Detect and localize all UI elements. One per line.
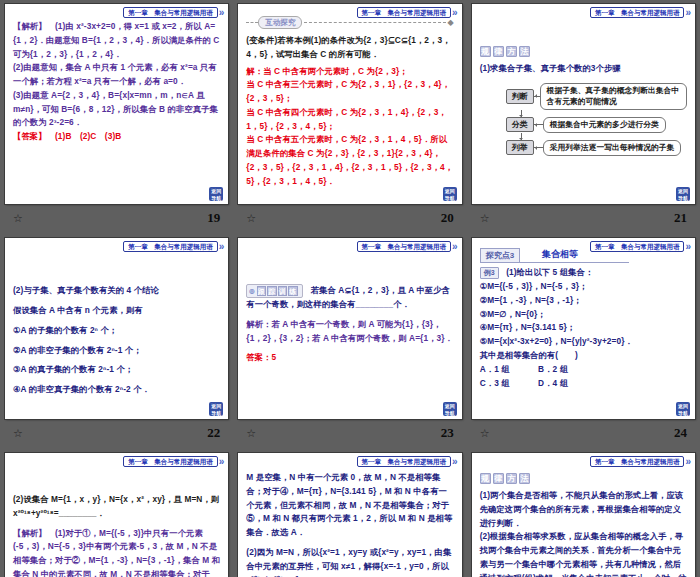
set-item: ⑤M={x|x²-3x+2=0}，N={y|y²-3y+2=0}．: [480, 335, 687, 349]
star-icon[interactable]: ☆: [13, 428, 23, 439]
chapter-banner: 第一章 集合与常用逻辑用语 »: [123, 456, 224, 467]
exploration-title: 集合相等: [542, 248, 578, 262]
chevron-right-icon: »: [685, 457, 691, 466]
connector-line: [534, 124, 543, 125]
star-icon[interactable]: ☆: [246, 213, 256, 224]
tracking-practice-badge: ◎ 跟 踪 训 练: [246, 284, 302, 298]
slide-canvas-24: 第一章 集合与常用逻辑用语 » 探究点3 集合相等 例3 (1)给出以下 5 组…: [472, 238, 695, 419]
page-number: 23: [441, 425, 454, 441]
page-number: 22: [207, 425, 220, 441]
dashed-line: [304, 22, 445, 23]
star-icon[interactable]: ☆: [480, 428, 490, 439]
steps-flowchart: 判断 根据子集、真子集的概念判断出集合中含有元素的可能情况 分类 根据集合中元素…: [480, 83, 687, 156]
page-number: 24: [674, 425, 687, 441]
chevron-right-icon: »: [452, 457, 458, 466]
slide-canvas-27: 第一章 集合与常用逻辑用语 » 规 律 方 法 (1)两个集合是否相等，不能只从…: [472, 453, 695, 577]
return-nav-icon[interactable]: 返回 导航: [443, 402, 457, 416]
connector-line: [534, 147, 543, 148]
star-icon[interactable]: ☆: [246, 428, 256, 439]
chevron-right-icon: »: [219, 242, 225, 251]
question-text: (变条件)若将本例(1)的条件改为{2，3}⊆C⊆{1，2，3，4，5}，试写出…: [246, 34, 453, 62]
slide-canvas-25: 第一章 集合与常用逻辑用语 » (2)设集合 M={1，x，y}，N={x，x²…: [5, 453, 228, 577]
slide-canvas-21: 第一章 集合与常用逻辑用语 » 规 律 方 法 (1)求集合子集、真子集个数的3…: [472, 4, 695, 204]
set-item: ②M={1，-3}，N={3，-1}；: [480, 294, 687, 308]
method-text: (1)两个集合是否相等，不能只从集合的形式上看，应该先确定这两个集合的所有元素，…: [480, 489, 687, 530]
flow-step-desc: 采用列举法逐一写出每种情况的子集: [543, 140, 682, 156]
example-chip: 例3: [480, 267, 499, 279]
set-item: ④M={π}，N={3.141 5}；: [480, 321, 687, 335]
flow-step: 判断 根据子集、真子集的概念判断出集合中含有元素的可能情况: [506, 83, 687, 110]
chevron-right-icon: »: [685, 242, 691, 251]
solution-text: 解：当 C 中含有两个元素时，C 为{2，3}；: [246, 65, 453, 79]
analysis-text: 解析：若 A 中含有一个奇数，则 A 可能为{1}，{3}，{1，2}，{3，2…: [246, 318, 453, 346]
analysis-text: (2)因为 M=N，所以{x²=1，xy=y 或{x²=y，xy=1，由集合中元…: [246, 546, 453, 577]
exploration-tab: 探究点3: [480, 248, 520, 262]
chevron-right-icon: »: [452, 8, 458, 17]
slide-thumbnail-27[interactable]: 第一章 集合与常用逻辑用语 » 规 律 方 法 (1)两个集合是否相等，不能只从…: [467, 449, 700, 577]
star-icon[interactable]: ☆: [13, 213, 23, 224]
slide-thumbnail-23[interactable]: 第一章 集合与常用逻辑用语 » ◎ 跟 踪 训 练 若集合 A⊊{1，2，3}，…: [233, 234, 466, 449]
slide-canvas-26: 第一章 集合与常用逻辑用语 » M 是空集，N 中有一个元素 0，故 M，N 不…: [238, 453, 461, 577]
question-text: 其中是相等集合的有( ): [480, 349, 687, 363]
slide-thumbnail-22[interactable]: 第一章 集合与常用逻辑用语 » (2)与子集、真子集个数有关的 4 个结论 假设…: [0, 234, 233, 449]
slide-thumbnail-20[interactable]: 第一章 集合与常用逻辑用语 » 互动探究 ◆ (变条件)若将本例(1)的条件改为…: [233, 0, 466, 234]
chapter-banner: 第一章 集合与常用逻辑用语 »: [590, 7, 691, 18]
chapter-banner: 第一章 集合与常用逻辑用语 »: [357, 241, 458, 252]
slide-sorter-grid: 第一章 集合与常用逻辑用语 » 【解析】 (1)由 x²-3x+2=0，得 x=…: [0, 0, 700, 577]
flow-step-label: 判断: [506, 89, 534, 104]
diamond-arrow-icon: ◆: [448, 19, 454, 27]
analysis-text: 【解析】 (1)对于①，M={(-5，3)}中只有一个元素(-5，3)，N={-…: [13, 527, 220, 577]
return-nav-icon[interactable]: 返回 导航: [443, 187, 457, 201]
chapter-banner: 第一章 集合与常用逻辑用语 »: [123, 241, 224, 252]
connector-line: [534, 96, 540, 97]
conclusion-text: 假设集合 A 中含有 n 个元素，则有: [13, 304, 220, 318]
conclusion-item: ①A 的子集的个数有 2ⁿ 个；: [13, 324, 220, 338]
page-number: 20: [441, 210, 454, 226]
analysis-text: 【解析】 (1)由 x²-3x+2=0，得 x=1 或 x=2，所以 A={1，…: [13, 20, 220, 61]
chapter-banner: 第一章 集合与常用逻辑用语 »: [357, 456, 458, 467]
down-arrow-connector: [521, 133, 522, 140]
return-nav-icon[interactable]: 返回 导航: [209, 187, 223, 201]
flow-step-desc: 根据子集、真子集的概念判断出集合中含有元素的可能情况: [540, 83, 687, 110]
question-text: ◎ 跟 踪 训 练 若集合 A⊊{1，2，3}，且 A 中至少含有一个奇数，则这…: [246, 284, 453, 312]
slide-canvas-19: 第一章 集合与常用逻辑用语 » 【解析】 (1)由 x²-3x+2=0，得 x=…: [5, 4, 228, 204]
chevron-right-icon: »: [219, 457, 225, 466]
set-item: ①M={(-5，3)}，N={-5，3}；: [480, 280, 687, 294]
conclusion-item: ②A 的非空子集的个数有 2ⁿ-1 个；: [13, 344, 220, 358]
chapter-banner: 第一章 集合与常用逻辑用语 »: [590, 456, 691, 467]
flow-step: 列举 采用列举法逐一写出每种情况的子集: [506, 140, 687, 156]
return-nav-icon[interactable]: 返回 导航: [676, 402, 690, 416]
probe-badge-label: 互动探究: [258, 16, 302, 29]
chapter-title: 第一章 集合与常用逻辑用语: [357, 7, 452, 18]
chapter-title: 第一章 集合与常用逻辑用语: [123, 241, 218, 252]
option-b: B．2 组: [538, 363, 608, 377]
chapter-title: 第一章 集合与常用逻辑用语: [357, 241, 452, 252]
slide-canvas-22: 第一章 集合与常用逻辑用语 » (2)与子集、真子集个数有关的 4 个结论 假设…: [5, 238, 228, 419]
slide-thumbnail-26[interactable]: 第一章 集合与常用逻辑用语 » M 是空集，N 中有一个元素 0，故 M，N 不…: [233, 449, 466, 577]
return-nav-icon[interactable]: 返回 导航: [676, 187, 690, 201]
star-icon[interactable]: ☆: [480, 213, 490, 224]
chapter-title: 第一章 集合与常用逻辑用语: [357, 456, 452, 467]
conclusion-title: (2)与子集、真子集个数有关的 4 个结论: [13, 284, 220, 298]
answer-text: 答案：5: [246, 351, 453, 365]
slide-thumbnail-24[interactable]: 第一章 集合与常用逻辑用语 » 探究点3 集合相等 例3 (1)给出以下 5 组…: [467, 234, 700, 449]
conclusion-item: ③A 的真子集的个数有 2ⁿ-1 个；: [13, 363, 220, 377]
analysis-text: M 是空集，N 中有一个元素 0，故 M，N 不是相等集合；对于④，M={π}，…: [246, 471, 453, 540]
chapter-title: 第一章 集合与常用逻辑用语: [590, 241, 685, 252]
chapter-banner: 第一章 集合与常用逻辑用语 »: [123, 7, 224, 18]
chapter-title: 第一章 集合与常用逻辑用语: [123, 456, 218, 467]
chapter-banner: 第一章 集合与常用逻辑用语 »: [357, 7, 458, 18]
slide-canvas-20: 第一章 集合与常用逻辑用语 » 互动探究 ◆ (变条件)若将本例(1)的条件改为…: [238, 4, 461, 204]
dashed-line: [246, 22, 258, 23]
chapter-title: 第一章 集合与常用逻辑用语: [590, 7, 685, 18]
chapter-banner: 第一章 集合与常用逻辑用语 »: [590, 241, 691, 252]
slide-thumbnail-19[interactable]: 第一章 集合与常用逻辑用语 » 【解析】 (1)由 x²-3x+2=0，得 x=…: [0, 0, 233, 234]
flow-step: 分类 根据集合中元素的多少进行分类: [506, 117, 687, 133]
method-rules-badge: 规 律 方 法: [480, 473, 687, 484]
slide-thumbnail-25[interactable]: 第一章 集合与常用逻辑用语 » (2)设集合 M={1，x，y}，N={x，x²…: [0, 449, 233, 577]
method-rules-badge: 规 律 方 法: [480, 46, 687, 57]
page-number: 21: [674, 210, 687, 226]
slide-thumbnail-21[interactable]: 第一章 集合与常用逻辑用语 » 规 律 方 法 (1)求集合子集、真子集个数的3…: [467, 0, 700, 234]
page-number: 19: [207, 210, 220, 226]
return-nav-icon[interactable]: 返回 导航: [209, 402, 223, 416]
